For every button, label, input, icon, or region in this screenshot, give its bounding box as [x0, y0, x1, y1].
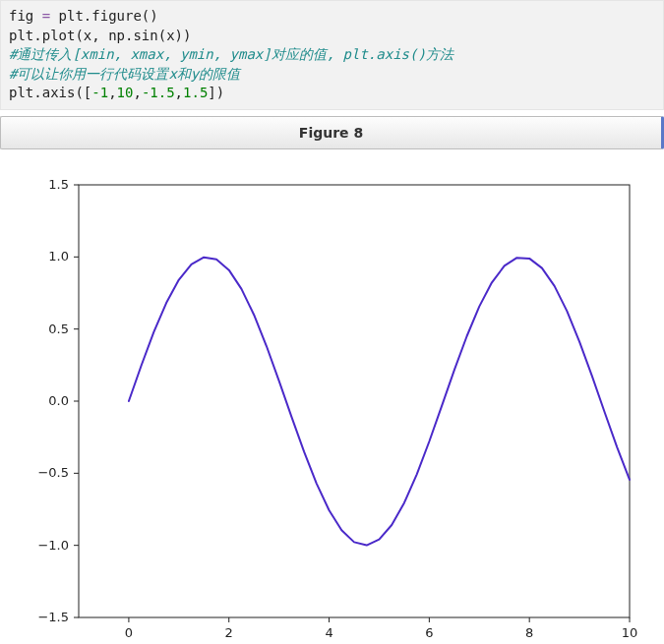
y-tick-label: −1.5 — [37, 610, 69, 624]
y-tick-label: −0.5 — [37, 465, 69, 480]
plot-box — [79, 185, 630, 617]
code-line-5n2: 10 — [117, 85, 134, 100]
x-tick-label: 2 — [225, 625, 233, 640]
code-line-5n3: -1.5 — [142, 85, 175, 100]
code-cell: fig = plt.figure() plt.plot(x, np.sin(x)… — [0, 0, 664, 110]
x-tick-label: 10 — [622, 625, 638, 640]
series-sin(x) — [129, 258, 630, 546]
figure-label: Figure 8 — [299, 125, 363, 141]
x-tick-label: 4 — [325, 625, 332, 640]
line-chart: 0246810−1.5−1.0−0.50.00.51.01.5 — [0, 165, 649, 644]
code-line-2: plt.plot(x, np.sin(x)) — [9, 28, 191, 43]
x-tick-label: 6 — [425, 625, 433, 640]
chart-figure: 0246810−1.5−1.0−0.50.00.51.01.5 — [0, 165, 649, 644]
y-tick-label: 1.5 — [48, 177, 69, 192]
y-tick-label: 0.0 — [48, 393, 69, 408]
y-tick-label: −1.0 — [37, 538, 69, 553]
code-line-1a: fig — [9, 8, 42, 24]
x-tick-label: 0 — [125, 625, 133, 640]
code-line-1eq: = — [42, 8, 50, 24]
code-line-5n4: 1.5 — [183, 85, 208, 100]
y-tick-label: 1.0 — [48, 249, 69, 263]
code-line-1b: plt.figure() — [50, 8, 158, 24]
code-line-4-comment: #可以让你用一行代码设置x和y的限值 — [9, 66, 240, 82]
code-line-5b: ]) — [208, 85, 224, 100]
x-tick-label: 8 — [525, 625, 533, 640]
code-line-5a: plt.axis([ — [9, 85, 91, 100]
code-line-5n1: -1 — [91, 85, 108, 100]
y-tick-label: 0.5 — [48, 322, 69, 336]
figure-title-bar: Figure 8 — [0, 116, 664, 149]
code-line-3-comment: #通过传入[xmin, xmax, ymin, ymax]对应的值, plt.a… — [9, 46, 453, 62]
